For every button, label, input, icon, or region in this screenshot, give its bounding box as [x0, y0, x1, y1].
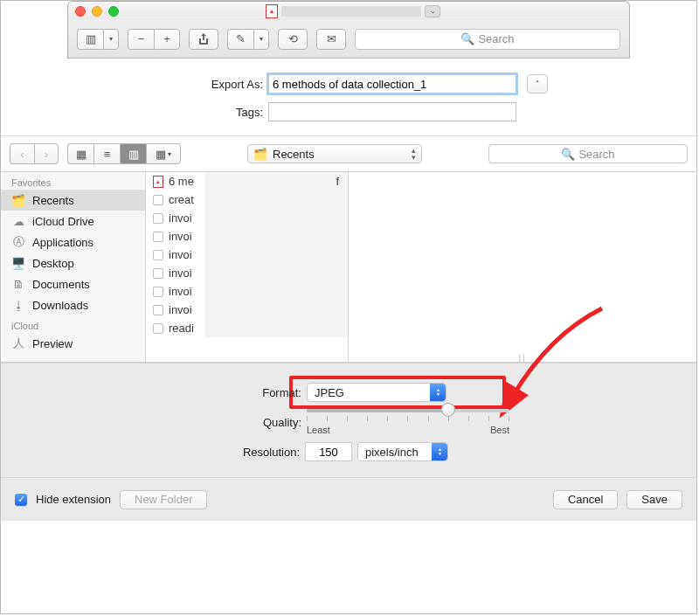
zoom-in-button[interactable]: + — [154, 29, 180, 50]
file-row[interactable]: creat — [146, 190, 348, 209]
sidebar-item-applications[interactable]: Ⓐ Applications — [1, 232, 145, 253]
zoom-window-button[interactable] — [108, 6, 119, 17]
quality-label: Quality: — [162, 416, 301, 429]
export-as-label: Export As: — [149, 78, 263, 91]
search-icon: 🔍 — [561, 149, 575, 160]
sidebar-item-downloads[interactable]: ⭳ Downloads — [1, 294, 145, 315]
file-icon — [153, 250, 163, 260]
search-icon: 🔍 — [460, 33, 474, 45]
file-icon — [153, 213, 163, 224]
sidebar-item-icloud-drive[interactable]: ☁︎ iCloud Drive — [1, 211, 145, 232]
view-icon-button[interactable]: ▦ — [67, 143, 93, 164]
view-column-button[interactable]: ▥ — [120, 143, 146, 164]
file-icon — [153, 323, 163, 334]
quality-least-label: Least — [307, 425, 330, 435]
format-dropdown[interactable]: JPEG ▴▾ — [307, 383, 446, 402]
resize-handle-icon[interactable]: || — [518, 353, 526, 363]
hide-extension-checkbox[interactable]: ✓ — [15, 494, 27, 506]
file-icon — [153, 268, 163, 279]
file-column[interactable]: ▴6 mef creat invoi invoi invoi invoi inv… — [146, 172, 349, 362]
sidebar-item-documents[interactable]: 🗎 Documents — [1, 273, 145, 294]
quality-best-label: Best — [490, 425, 509, 435]
file-row[interactable]: invoi — [146, 209, 348, 227]
titlebar: ▴ ⌵ — [67, 1, 630, 20]
resolution-unit-dropdown[interactable]: pixels/inch ▴▾ — [357, 442, 448, 461]
sidebar-section-favorites: Favorites — [1, 172, 145, 190]
preview-icon: 人 — [11, 336, 25, 350]
nav-back-button[interactable]: ‹ — [10, 143, 34, 164]
save-button[interactable]: Save — [626, 490, 682, 509]
recents-icon: 🗂️ — [11, 193, 25, 207]
finder-sidebar: Favorites 🗂️ Recents ☁︎ iCloud Drive Ⓐ A… — [1, 172, 146, 362]
file-row[interactable]: readi — [146, 319, 348, 337]
app-toolbar: ▥ ▾ − + ✎ ▾ ⟲ ✉︎ 🔍 Search — [67, 20, 630, 59]
expand-collapse-button[interactable]: ˆ — [527, 74, 548, 93]
preview-column: || — [349, 172, 696, 362]
pdf-file-icon: ▴ — [153, 176, 163, 188]
file-icon — [153, 232, 163, 242]
quality-slider[interactable] — [307, 409, 509, 412]
dropdown-caret-icon: ▴▾ — [430, 384, 446, 401]
cancel-button[interactable]: Cancel — [553, 490, 618, 509]
slider-thumb[interactable] — [441, 403, 455, 417]
tags-label: Tags: — [149, 106, 263, 119]
browse-search-field[interactable]: 🔍 Search — [488, 144, 688, 163]
highlight-button[interactable]: ✎ — [227, 29, 253, 50]
hide-extension-label: Hide extension — [36, 493, 111, 506]
export-filename-input[interactable] — [268, 74, 516, 93]
title-dropdown-button[interactable]: ⌵ — [425, 5, 440, 17]
cloud-icon: ☁︎ — [11, 214, 25, 228]
applications-icon: Ⓐ — [11, 235, 25, 249]
documents-icon: 🗎 — [11, 277, 25, 291]
file-row[interactable]: invoi — [146, 246, 348, 264]
file-row[interactable]: invoi — [146, 282, 348, 301]
desktop-icon: 🖥️ — [11, 256, 25, 270]
file-row[interactable]: ▴6 mef — [146, 172, 348, 190]
rotate-button[interactable]: ⟲ — [278, 29, 308, 50]
toolbar-search-field[interactable]: 🔍 Search — [355, 29, 620, 50]
sidebar-toggle-button[interactable]: ▥ — [77, 29, 103, 50]
file-icon — [153, 305, 163, 315]
file-row[interactable]: invoi — [146, 227, 348, 246]
pdf-doc-icon: ▴ — [266, 4, 278, 18]
share-button[interactable] — [189, 29, 218, 50]
nav-forward-button[interactable]: › — [34, 143, 59, 164]
file-row[interactable]: invoi — [146, 264, 348, 282]
sidebar-section-icloud: iCloud — [1, 315, 145, 333]
sidebar-toggle-menu[interactable]: ▾ — [103, 29, 119, 50]
file-row[interactable]: invoi — [146, 301, 348, 319]
sidebar-item-desktop[interactable]: 🖥️ Desktop — [1, 253, 145, 273]
dropdown-caret-icon: ▴▾ — [432, 443, 447, 460]
close-window-button[interactable] — [75, 6, 86, 17]
resolution-label: Resolution: — [160, 446, 300, 459]
view-gallery-button[interactable]: ▦▾ — [146, 143, 181, 164]
file-icon — [153, 195, 163, 205]
location-dropdown[interactable]: 🗂️ Recents ▴▾ — [247, 144, 422, 163]
downloads-icon: ⭳ — [11, 298, 25, 312]
window-title — [281, 6, 421, 17]
resolution-input[interactable] — [305, 442, 352, 461]
sidebar-item-recents[interactable]: 🗂️ Recents — [1, 190, 145, 211]
recents-sidebar-icon: 🗂️ — [253, 148, 267, 161]
format-label: Format: — [162, 386, 301, 399]
new-folder-button[interactable]: New Folder — [120, 490, 207, 509]
file-icon — [153, 287, 163, 297]
minimize-window-button[interactable] — [92, 6, 102, 17]
view-list-button[interactable]: ≡ — [93, 143, 120, 164]
markup-button[interactable]: ✉︎ — [316, 29, 346, 50]
zoom-out-button[interactable]: − — [128, 29, 154, 50]
sidebar-item-preview[interactable]: 人 Preview — [1, 333, 145, 354]
tags-input[interactable] — [268, 102, 516, 121]
highlight-menu[interactable]: ▾ — [253, 29, 269, 50]
